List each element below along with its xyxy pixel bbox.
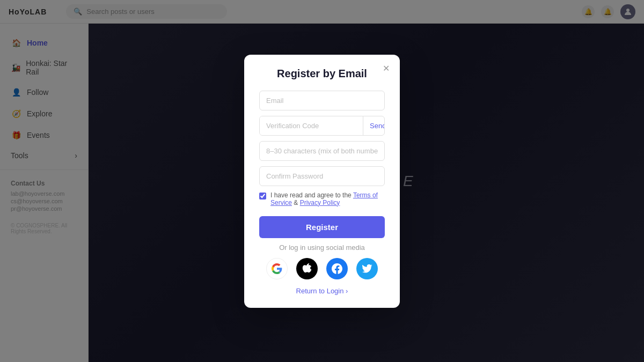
verification-code-input[interactable] [260, 116, 363, 135]
return-chevron: › [346, 287, 348, 295]
twitter-login-button[interactable] [356, 258, 378, 279]
facebook-login-button[interactable] [326, 258, 348, 279]
confirm-password-field[interactable] [259, 166, 385, 186]
password-field[interactable] [259, 141, 385, 161]
email-field[interactable] [259, 91, 385, 110]
modal-overlay: HOYOVERSE ✕ Register by Email Send code … [0, 0, 644, 362]
privacy-link[interactable]: Privacy Policy [300, 199, 340, 206]
send-code-button[interactable]: Send code [363, 116, 385, 135]
modal-title: Register by Email [259, 68, 385, 80]
terms-text: I have read and agree to the Terms of Se… [270, 191, 385, 206]
google-login-button[interactable] [266, 258, 288, 279]
register-modal: ✕ Register by Email Send code I have rea… [244, 55, 400, 308]
terms-checkbox[interactable] [259, 193, 266, 200]
terms-row: I have read and agree to the Terms of Se… [259, 191, 385, 206]
apple-login-button[interactable] [296, 258, 318, 279]
social-icons-row [259, 258, 385, 279]
register-button[interactable]: Register [259, 216, 385, 238]
verification-row: Send code [259, 116, 385, 136]
return-to-login[interactable]: Return to Login › [259, 287, 385, 295]
return-to-login-link[interactable]: Return to Login [296, 287, 344, 295]
social-login-text: Or log in using social media [259, 243, 385, 252]
close-button[interactable]: ✕ [379, 62, 392, 75]
